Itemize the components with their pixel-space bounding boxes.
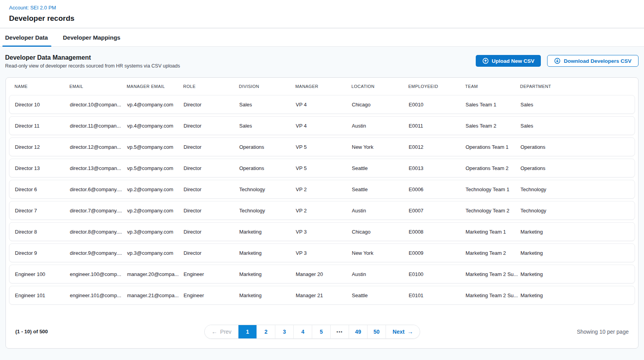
table-cell: Operations xyxy=(239,165,296,171)
table-cell: E0101 xyxy=(409,292,466,298)
table-cell: E0012 xyxy=(409,144,466,150)
table-cell: Marketing Team 2 Su... xyxy=(466,292,520,298)
section-header: Developer Data Management Read-only view… xyxy=(5,54,180,69)
upload-csv-button[interactable]: Upload New CSV xyxy=(476,55,541,67)
table-cell: Marketing xyxy=(520,229,629,235)
next-button-label: Next xyxy=(393,329,404,335)
table-cell: Technology Team 2 xyxy=(466,208,520,214)
table-cell: Engineer xyxy=(184,292,239,298)
table-cell: VP 4 xyxy=(296,102,352,108)
table-cell: VP 2 xyxy=(296,186,352,192)
table-cell: E0007 xyxy=(409,208,466,214)
table-cell: VP 3 xyxy=(296,229,352,235)
table-cell: Director 13 xyxy=(15,165,70,171)
tab-bar: Developer Data Developer Mappings xyxy=(0,28,644,47)
table-header-row: NAMEEMAILMANAGER EMAILROLEDIVISIONMANAGE… xyxy=(6,78,638,95)
table-row: Engineer 100engineer.100@comp...manager.… xyxy=(9,265,635,283)
table-cell: director.12@compan... xyxy=(70,144,127,150)
table-cell: Seattle xyxy=(352,186,409,192)
column-header: LOCATION xyxy=(351,84,408,89)
table-cell: Technology xyxy=(239,208,296,214)
table-cell: Sales xyxy=(239,123,296,129)
toolbar-buttons: Upload New CSV Download Developers CSV xyxy=(476,55,639,67)
per-page-text: Showing 10 per page xyxy=(577,329,629,335)
table-cell: Technology Team 1 xyxy=(466,186,520,192)
prev-page-button[interactable]: ← Prev xyxy=(205,325,238,338)
table-cell: Austin xyxy=(352,271,409,277)
table-cell: Sales xyxy=(520,102,629,108)
table-cell: Director 12 xyxy=(15,144,70,150)
table-cell: Manager 21 xyxy=(296,292,352,298)
page-button[interactable]: 3 xyxy=(275,325,293,338)
developer-table-card: NAMEEMAILMANAGER EMAILROLEDIVISIONMANAGE… xyxy=(5,77,639,349)
page-header: Account: SEI 2.0 PM Developer records xyxy=(0,0,644,28)
table-cell: Austin xyxy=(352,123,409,129)
page-button[interactable]: 4 xyxy=(293,325,312,338)
download-csv-button[interactable]: Download Developers CSV xyxy=(547,55,639,67)
table-cell: manager.21@compa... xyxy=(127,292,184,298)
table-row: Director 11director.11@compan...vp.4@com… xyxy=(9,116,635,135)
page-button[interactable]: 2 xyxy=(257,325,275,338)
next-page-button[interactable]: Next → xyxy=(386,325,420,338)
table-cell: Director 11 xyxy=(15,123,70,129)
table-cell: engineer.100@comp... xyxy=(70,271,127,277)
table-cell: VP 3 xyxy=(296,250,352,256)
table-cell: Operations xyxy=(520,165,629,171)
table-cell: director.11@compan... xyxy=(70,123,127,129)
page-button[interactable]: 5 xyxy=(312,325,330,338)
page-button[interactable]: 1 xyxy=(238,325,257,338)
table-cell: engineer.101@comp... xyxy=(70,292,127,298)
column-header: DIVISION xyxy=(239,84,295,89)
table-cell: Marketing xyxy=(520,271,629,277)
table-cell: Marketing Team 2 Su... xyxy=(466,271,520,277)
table-cell: Austin xyxy=(352,208,409,214)
table-cell: Director 9 xyxy=(15,250,70,256)
table-cell: director.9@company.... xyxy=(70,250,127,256)
table-row: Engineer 101engineer.101@comp...manager.… xyxy=(9,286,635,305)
table-cell: vp.4@company.com xyxy=(127,123,184,129)
table-cell: Operations Team 2 xyxy=(466,165,520,171)
table-cell: director.7@company.... xyxy=(70,208,127,214)
table-cell: Engineer 100 xyxy=(15,271,70,277)
table-cell: New York xyxy=(352,144,409,150)
table-cell: director.8@company.... xyxy=(70,229,127,235)
table-cell: Marketing xyxy=(239,292,296,298)
page-title: Developer records xyxy=(9,14,635,23)
table-cell: vp.5@company.com xyxy=(127,144,184,150)
table-cell: Marketing Team 1 xyxy=(466,229,520,235)
table-row: Director 9director.9@company....vp.3@com… xyxy=(9,243,635,262)
table-cell: Marketing xyxy=(520,292,629,298)
section-subtitle: Read-only view of developer records sour… xyxy=(5,63,180,69)
table-cell: Director 6 xyxy=(15,186,70,192)
table-row: Director 12director.12@compan...vp.5@com… xyxy=(9,137,635,156)
table-cell: E0013 xyxy=(409,165,466,171)
page-button[interactable]: 50 xyxy=(367,325,386,338)
table-cell: E0008 xyxy=(409,229,466,235)
section-title: Developer Data Management xyxy=(5,54,180,61)
table-cell: Marketing xyxy=(520,250,629,256)
table-cell: E0100 xyxy=(409,271,466,277)
column-header: EMPLOYEEID xyxy=(408,84,465,89)
pagination: ← Prev 12345•••4950 Next → xyxy=(204,325,420,339)
table-cell: Marketing xyxy=(239,250,296,256)
upload-icon xyxy=(482,58,489,64)
account-link[interactable]: Account: SEI 2.0 PM xyxy=(9,5,56,11)
table-cell: Technology xyxy=(520,208,629,214)
tab-developer-mappings[interactable]: Developer Mappings xyxy=(63,28,120,46)
table-cell: E0011 xyxy=(409,123,466,129)
download-button-label: Download Developers CSV xyxy=(564,58,631,64)
table-cell: Director xyxy=(184,102,239,108)
table-footer: (1 - 10) of 500 ← Prev 12345•••4950 Next… xyxy=(6,305,638,348)
page-button[interactable]: 49 xyxy=(349,325,367,338)
table-cell: Manager 20 xyxy=(296,271,352,277)
table-cell: VP 2 xyxy=(296,208,352,214)
table-cell: vp.2@company.com xyxy=(127,186,184,192)
upload-button-label: Upload New CSV xyxy=(492,58,535,64)
table-row: Director 8director.8@company....vp.3@com… xyxy=(9,222,635,241)
next-arrow-icon: → xyxy=(407,329,413,334)
table-cell: Marketing xyxy=(239,229,296,235)
tab-developer-data[interactable]: Developer Data xyxy=(5,28,48,46)
tab-content-panel: Developer Data Management Read-only view… xyxy=(0,47,644,360)
column-header: EMAIL xyxy=(69,84,127,89)
table-cell: Sales xyxy=(520,123,629,129)
